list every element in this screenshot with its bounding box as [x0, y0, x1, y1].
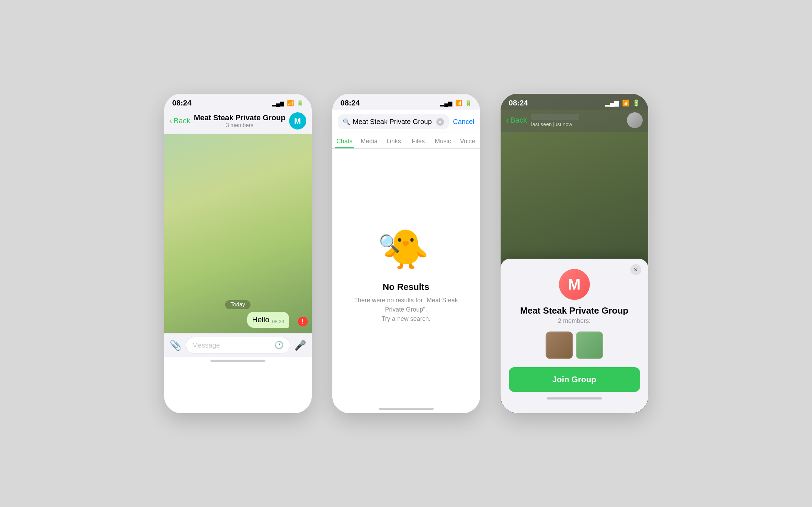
tab-media[interactable]: Media [357, 133, 381, 148]
message-time: 08:23 [272, 319, 284, 324]
last-seen: last seen just now [531, 121, 622, 127]
signal-icon: ▂▄▆ [272, 100, 284, 106]
dark-nav-center: last seen just now [531, 114, 622, 127]
group-name-sheet: Meat Steak Private Group [501, 305, 648, 316]
home-indicator-2 [379, 408, 434, 410]
group-avatar-1[interactable]: M [289, 112, 306, 129]
member-avatar-2 [576, 331, 603, 359]
duck-visual: 🔍 🐥 [382, 230, 430, 275]
search-icon: 🔍 [343, 118, 350, 126]
status-bar-2: 08:24 ▂▄▆ 📶 🔋 [332, 94, 480, 110]
back-button-3[interactable]: ‹ Back [506, 115, 527, 126]
battery-icon: 🔋 [297, 100, 304, 106]
contact-name-blurred [531, 114, 579, 120]
status-icons-3: ▂▄▆ 📶 🔋 [605, 99, 640, 107]
signal-icon-2: ▂▄▆ [440, 100, 452, 106]
attach-icon[interactable]: 📎 [170, 340, 182, 351]
nav-bar-1: ‹ Back Meat Steak Private Group 3 member… [164, 110, 312, 134]
wifi-icon-2: 📶 [455, 100, 462, 106]
phone-join-screen: 08:24 ▂▄▆ 📶 🔋 ‹ Back last seen just now [501, 94, 648, 413]
phone-chat-screen: 08:24 ▂▄▆ 📶 🔋 ‹ Back Meat Steak Private … [164, 94, 312, 413]
tab-chats[interactable]: Chats [332, 133, 357, 148]
tab-links[interactable]: Links [381, 133, 406, 148]
battery-icon-2: 🔋 [465, 100, 472, 106]
clear-search-button[interactable]: ✕ [436, 118, 444, 126]
mic-icon[interactable]: 🎤 [294, 340, 306, 351]
tab-files[interactable]: Files [406, 133, 431, 148]
chevron-left-icon: ‹ [170, 116, 172, 126]
wifi-icon-3: 📶 [622, 99, 630, 107]
contact-avatar[interactable] [627, 112, 643, 128]
tab-voice[interactable]: Voice [455, 133, 480, 148]
group-avatar-sheet: M [559, 269, 590, 300]
today-badge: Today [225, 300, 251, 309]
input-bar-1: 📎 Message 🕐 🎤 [164, 333, 312, 357]
phone-search-screen: 08:24 ▂▄▆ 📶 🔋 🔍 Meat Steak Private Group… [332, 94, 480, 413]
nav-bar-3: ‹ Back last seen just now [501, 110, 648, 132]
back-label-3: Back [510, 116, 527, 125]
status-icons-1: ▂▄▆ 📶 🔋 [272, 100, 303, 106]
magnifier-icon: 🔍 [379, 234, 400, 254]
back-label-1: Back [174, 116, 191, 125]
message-text: Hello [252, 315, 269, 324]
join-group-button[interactable]: Join Group [509, 367, 640, 392]
member-count-1: 3 members [190, 122, 289, 128]
status-time-2: 08:24 [341, 99, 360, 108]
member-count-sheet: 2 members: [501, 317, 648, 325]
status-icons-2: ▂▄▆ 📶 🔋 [440, 100, 471, 106]
bottom-sheet: ✕ M Meat Steak Private Group 2 members: … [501, 259, 648, 413]
home-indicator-3 [547, 397, 602, 399]
status-bar-1: 08:24 ▂▄▆ 📶 🔋 [164, 94, 312, 110]
wifi-icon: 📶 [287, 100, 294, 106]
no-results-area: 🔍 🐥 No Results There were no results for… [332, 149, 480, 405]
chat-background-1: Today Hello 08:23 ! [164, 134, 312, 333]
search-input-wrap[interactable]: 🔍 Meat Steak Private Group ✕ [338, 114, 449, 129]
search-value: Meat Steak Private Group [353, 118, 434, 126]
signal-icon-3: ▂▄▆ [605, 99, 619, 107]
message-input[interactable]: Message 🕐 [186, 337, 290, 353]
error-icon: ! [298, 317, 308, 326]
status-time-3: 08:24 [509, 99, 528, 108]
status-bar-3: 08:24 ▂▄▆ 📶 🔋 [501, 94, 648, 110]
clock-icon: 🕐 [274, 341, 284, 350]
search-bar: 🔍 Meat Steak Private Group ✕ Cancel [332, 110, 480, 133]
no-results-desc: There were no results for "Meat Steak Pr… [346, 296, 466, 324]
search-tabs: Chats Media Links Files Music Voice [332, 133, 480, 149]
tab-music[interactable]: Music [431, 133, 455, 148]
home-indicator-1 [210, 360, 265, 362]
back-button-1[interactable]: ‹ Back [170, 116, 191, 126]
input-placeholder: Message [192, 341, 220, 349]
nav-center-1: Meat Steak Private Group 3 members [190, 113, 289, 128]
status-time-1: 08:24 [172, 99, 192, 108]
chevron-left-icon-3: ‹ [506, 115, 509, 126]
member-avatar-1 [546, 331, 573, 359]
message-bubble: Hello 08:23 [247, 312, 289, 328]
group-title-1: Meat Steak Private Group [190, 113, 289, 122]
close-sheet-button[interactable]: ✕ [630, 264, 641, 275]
cancel-search-button[interactable]: Cancel [453, 118, 474, 126]
no-results-title: No Results [383, 282, 430, 292]
battery-icon-3: 🔋 [632, 99, 640, 107]
member-avatars [501, 331, 648, 359]
